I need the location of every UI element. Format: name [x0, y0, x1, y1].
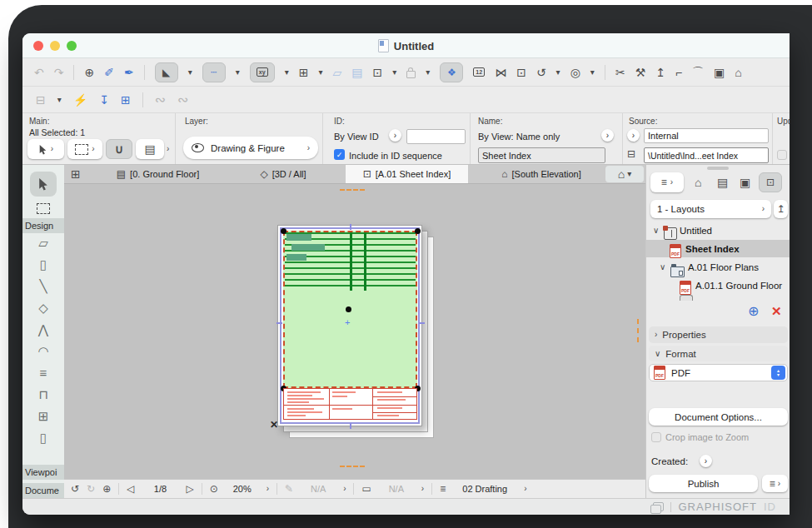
guide-lines-chevron-icon[interactable]: ▾ — [188, 68, 192, 77]
compass-chevron-icon[interactable]: ▾ — [590, 68, 595, 77]
tab-3d-all[interactable]: ◇ [3D / All] — [243, 165, 323, 183]
snap-guides-toggle[interactable]: ┄ — [202, 62, 226, 82]
up-level-button[interactable]: ↥ — [774, 200, 788, 218]
layer-combination-value[interactable]: 02 Drafting — [453, 484, 516, 494]
undo-icon[interactable]: ↶ — [34, 67, 44, 78]
zoom-in-icon[interactable]: ⊕ — [102, 484, 111, 494]
publisher-sets-toggle[interactable]: ⊡ — [759, 172, 782, 192]
page-indicator[interactable]: 1/8 — [142, 484, 178, 494]
drawing-default-button[interactable]: ▤ — [136, 139, 164, 159]
plane-snap-icon[interactable]: ▤ — [351, 67, 362, 78]
zoom-level[interactable]: 20% — [226, 484, 259, 494]
frame-tool-icon[interactable]: ⊡ — [373, 67, 383, 78]
properties-section-header[interactable]: › Properties — [649, 326, 788, 343]
pen-set-icon[interactable]: ✎ — [285, 484, 293, 494]
split-icon[interactable]: ✂ — [615, 67, 625, 78]
snap-guides-chevron-icon[interactable]: ▾ — [236, 68, 240, 77]
lock-icon[interactable] — [406, 71, 416, 78]
adjust-icon[interactable]: ⚒ — [635, 67, 646, 78]
view-map-icon[interactable]: ▤ — [717, 177, 728, 188]
rotate-chevron-icon[interactable]: ▾ — [556, 68, 560, 77]
layout-set-dropdown[interactable]: 1 - Layouts › — [650, 200, 771, 218]
tree-item-floor-plans[interactable]: ∨ A.01 Floor Plans — [646, 258, 790, 276]
wall-tool[interactable]: ▱ — [22, 237, 64, 249]
pick-up-parameters-icon[interactable]: ✐ — [104, 67, 114, 78]
format-section-header[interactable]: ∨ Format — [649, 346, 788, 361]
beam-tool[interactable]: ╲ — [22, 280, 64, 292]
crop-image-checkbox[interactable] — [651, 432, 661, 442]
slab-tool[interactable]: ◇ — [22, 301, 64, 314]
document-options-button[interactable]: Document Options... — [649, 408, 788, 426]
layout-book-icon[interactable]: ▣ — [740, 177, 750, 188]
delete-item-icon[interactable]: ✕ — [771, 305, 782, 317]
publish-options-button[interactable]: ≡ › — [762, 475, 788, 492]
tab-south-elevation[interactable]: ⌂ [South Elevation] — [487, 165, 595, 183]
include-id-checkbox[interactable]: ✓ — [334, 149, 345, 160]
export-drawing-icon[interactable]: ⊟ — [627, 149, 635, 159]
history-forward-icon[interactable]: ↻ — [87, 484, 95, 494]
publish-button[interactable]: Publish — [649, 475, 758, 492]
compass-icon[interactable]: ◎ — [570, 67, 580, 78]
drawing-manager-icon[interactable]: ⊞ — [121, 94, 131, 106]
project-chooser-button[interactable]: ≡ › — [650, 172, 684, 192]
magnet-toggle[interactable]: ∪ — [106, 139, 132, 159]
next-page-icon[interactable]: ▷ — [186, 484, 193, 494]
project-map-icon[interactable]: ⌂ — [695, 177, 701, 188]
marquee-tool-options-button[interactable]: › — [67, 139, 102, 159]
arrow-tool-options-button[interactable]: › — [27, 139, 64, 159]
quick-options-icon[interactable]: ⊞ — [71, 168, 81, 180]
grid-snap-icon[interactable]: ⊞ — [299, 67, 309, 78]
layer-combination-icon[interactable]: ≡ — [440, 484, 446, 494]
railing-tool[interactable]: ⊓ — [22, 388, 64, 401]
selection-handle[interactable] — [281, 228, 286, 234]
add-item-icon[interactable]: ⊕ — [748, 305, 759, 318]
previous-page-icon[interactable]: ◁ — [127, 484, 134, 494]
stretch-icon[interactable]: ⋈ — [495, 67, 506, 78]
scale-value[interactable]: N/A — [379, 484, 414, 494]
layout-sheet[interactable]: + — [277, 225, 422, 426]
coordinates-chevron-icon[interactable]: ▾ — [285, 68, 289, 77]
rotate-icon[interactable]: ↺ — [536, 67, 546, 78]
expander-icon[interactable]: ∨ — [653, 227, 659, 235]
update-drawing-icon[interactable]: ⚡ — [73, 94, 87, 106]
lock-chevron-icon[interactable]: ▾ — [426, 68, 430, 77]
coordinates-toggle[interactable]: xy — [250, 62, 275, 82]
elevate-icon[interactable]: ↥ — [655, 67, 665, 78]
panel-drag-handle[interactable] — [707, 167, 729, 170]
shell-tool[interactable]: ◠ — [22, 345, 64, 357]
scale-chevron-icon[interactable]: › — [421, 485, 424, 493]
guide-lines-toggle[interactable]: ◣ — [155, 62, 178, 82]
toolbox-viewpoint-header[interactable]: Viewpoi — [22, 465, 64, 480]
scale-ruler-icon[interactable]: ▭ — [361, 484, 371, 494]
pen-set-value[interactable]: N/A — [301, 484, 336, 494]
id-mode-chevron-button[interactable]: › — [389, 129, 401, 142]
stair-tool[interactable]: ≡ — [22, 366, 64, 379]
tree-item-untitled[interactable]: ∨ Untitled — [646, 222, 790, 239]
multiply-icon[interactable]: ⊡ — [516, 67, 526, 78]
layer-chevron-icon[interactable]: › — [524, 485, 526, 493]
expander-icon[interactable]: ∨ — [660, 263, 665, 271]
toolbox-design-header[interactable]: Design — [22, 218, 64, 233]
name-input[interactable]: Sheet Index — [478, 147, 605, 163]
trim-corner-icon[interactable]: ⌐ — [675, 67, 682, 78]
print-icon[interactable]: ⊟ — [36, 94, 46, 106]
selection-handle[interactable] — [415, 228, 421, 234]
tree-item-ground-floor[interactable]: A.01.1 Ground Floor — [646, 276, 790, 294]
source-internal-field[interactable]: Internal — [644, 128, 769, 143]
toolbox-document-header[interactable]: Docume — [22, 483, 64, 498]
layer-combo[interactable]: Drawing & Figure › — [183, 137, 318, 159]
roof-tool[interactable]: ⋀ — [22, 323, 64, 336]
column-tool[interactable]: ▯ — [22, 258, 64, 271]
source-chevron-button[interactable]: › — [627, 129, 640, 142]
marquee-tool[interactable] — [37, 203, 50, 214]
move-toggle[interactable]: ❖ — [440, 62, 463, 82]
tab-organizer-button[interactable]: ⌂ ▾ — [605, 166, 644, 182]
frame-chevron-icon[interactable]: ▾ — [392, 68, 396, 77]
source-path-field[interactable]: \Untitled\Ind...eet Index — [644, 147, 769, 163]
print-chevron-icon[interactable]: ▾ — [57, 96, 62, 104]
drawing-chevron-icon[interactable]: › — [167, 145, 169, 153]
layout-canvas[interactable]: + — [64, 184, 645, 479]
windows-stack-icon[interactable] — [653, 502, 664, 511]
name-mode-chevron-button[interactable]: › — [601, 129, 614, 142]
pen-set-chevron-icon[interactable]: › — [343, 485, 346, 493]
